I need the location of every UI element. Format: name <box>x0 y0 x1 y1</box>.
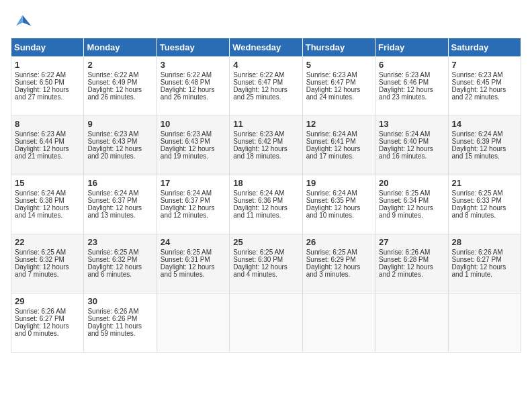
day-number: 4 <box>233 60 298 70</box>
day-info: Sunrise: 6:23 AM <box>306 71 371 79</box>
day-info: Daylight: 12 hours and 7 minutes. <box>15 263 80 278</box>
day-info: Sunrise: 6:25 AM <box>452 189 517 197</box>
day-info: Daylight: 12 hours and 3 minutes. <box>306 263 371 278</box>
calendar-cell <box>448 293 521 353</box>
day-info: Sunset: 6:31 PM <box>161 256 226 263</box>
day-info: Sunset: 6:34 PM <box>379 197 444 204</box>
day-info: Sunrise: 6:24 AM <box>233 189 298 197</box>
calendar-cell: 13Sunrise: 6:24 AMSunset: 6:40 PMDayligh… <box>375 116 448 175</box>
day-info: Sunrise: 6:25 AM <box>233 248 298 256</box>
calendar-cell: 15Sunrise: 6:24 AMSunset: 6:38 PMDayligh… <box>11 175 84 234</box>
logo-icon <box>11 11 32 32</box>
day-number: 30 <box>87 296 152 306</box>
day-info: Sunrise: 6:23 AM <box>379 71 444 79</box>
day-number: 22 <box>15 237 80 247</box>
day-info: Daylight: 12 hours and 12 minutes. <box>161 204 226 219</box>
day-number: 12 <box>306 119 371 129</box>
day-number: 13 <box>379 119 444 129</box>
day-info: Sunset: 6:27 PM <box>452 256 517 263</box>
day-info: Sunset: 6:26 PM <box>87 315 152 322</box>
calendar-cell: 25Sunrise: 6:25 AMSunset: 6:30 PMDayligh… <box>230 234 302 293</box>
day-header-thursday: Thursday <box>302 38 375 57</box>
day-info: Daylight: 12 hours and 1 minute. <box>452 263 517 278</box>
calendar-header-row: SundayMondayTuesdayWednesdayThursdayFrid… <box>11 38 521 57</box>
day-info: Daylight: 12 hours and 6 minutes. <box>87 263 152 278</box>
day-info: Daylight: 12 hours and 21 minutes. <box>15 145 80 160</box>
day-number: 11 <box>233 119 298 129</box>
calendar-week-row: 15Sunrise: 6:24 AMSunset: 6:38 PMDayligh… <box>11 175 521 234</box>
day-info: Daylight: 12 hours and 25 minutes. <box>233 86 298 101</box>
day-number: 15 <box>15 178 80 188</box>
calendar-cell: 21Sunrise: 6:25 AMSunset: 6:33 PMDayligh… <box>448 175 521 234</box>
calendar-week-row: 29Sunrise: 6:26 AMSunset: 6:27 PMDayligh… <box>11 293 521 353</box>
day-info: Sunset: 6:40 PM <box>379 138 444 145</box>
calendar-cell: 3Sunrise: 6:22 AMSunset: 6:48 PMDaylight… <box>157 57 229 116</box>
day-info: Daylight: 12 hours and 24 minutes. <box>306 86 371 101</box>
day-info: Sunset: 6:43 PM <box>161 138 226 145</box>
calendar-cell: 12Sunrise: 6:24 AMSunset: 6:41 PMDayligh… <box>302 116 375 175</box>
calendar-cell: 8Sunrise: 6:23 AMSunset: 6:44 PMDaylight… <box>11 116 84 175</box>
calendar-cell: 5Sunrise: 6:23 AMSunset: 6:47 PMDaylight… <box>302 57 375 116</box>
calendar-cell <box>230 293 302 353</box>
day-info: Sunrise: 6:25 AM <box>161 248 226 256</box>
calendar-cell: 9Sunrise: 6:23 AMSunset: 6:43 PMDaylight… <box>84 116 157 175</box>
calendar-cell: 30Sunrise: 6:26 AMSunset: 6:26 PMDayligh… <box>84 293 157 353</box>
day-info: Daylight: 12 hours and 19 minutes. <box>161 145 226 160</box>
day-header-wednesday: Wednesday <box>230 38 302 57</box>
day-info: Sunset: 6:37 PM <box>87 197 152 204</box>
day-number: 14 <box>452 119 517 129</box>
day-number: 18 <box>233 178 298 188</box>
calendar-cell: 17Sunrise: 6:24 AMSunset: 6:37 PMDayligh… <box>157 175 229 234</box>
day-header-monday: Monday <box>84 38 157 57</box>
day-number: 16 <box>87 178 152 188</box>
day-info: Sunset: 6:49 PM <box>87 79 152 86</box>
calendar-table: SundayMondayTuesdayWednesdayThursdayFrid… <box>11 38 521 353</box>
day-info: Daylight: 12 hours and 22 minutes. <box>452 86 517 101</box>
day-info: Sunset: 6:41 PM <box>306 138 371 145</box>
day-info: Daylight: 12 hours and 11 minutes. <box>233 204 298 219</box>
day-info: Sunrise: 6:24 AM <box>452 130 517 138</box>
calendar-cell: 22Sunrise: 6:25 AMSunset: 6:32 PMDayligh… <box>11 234 84 293</box>
calendar-cell: 27Sunrise: 6:26 AMSunset: 6:28 PMDayligh… <box>375 234 448 293</box>
day-info: Daylight: 12 hours and 26 minutes. <box>161 86 226 101</box>
day-number: 5 <box>306 60 371 70</box>
calendar-cell: 29Sunrise: 6:26 AMSunset: 6:27 PMDayligh… <box>11 293 84 353</box>
day-info: Sunset: 6:28 PM <box>379 256 444 263</box>
calendar-cell: 26Sunrise: 6:25 AMSunset: 6:29 PMDayligh… <box>302 234 375 293</box>
calendar-week-row: 22Sunrise: 6:25 AMSunset: 6:32 PMDayligh… <box>11 234 521 293</box>
day-info: Sunset: 6:29 PM <box>306 256 371 263</box>
day-number: 10 <box>161 119 226 129</box>
day-info: Sunrise: 6:26 AM <box>452 248 517 256</box>
day-number: 25 <box>233 237 298 247</box>
day-info: Sunrise: 6:23 AM <box>15 130 80 138</box>
day-info: Daylight: 12 hours and 16 minutes. <box>379 145 444 160</box>
day-info: Daylight: 12 hours and 23 minutes. <box>379 86 444 101</box>
day-info: Daylight: 12 hours and 10 minutes. <box>306 204 371 219</box>
day-header-tuesday: Tuesday <box>157 38 229 57</box>
day-info: Sunset: 6:43 PM <box>87 138 152 145</box>
day-number: 8 <box>15 119 80 129</box>
day-info: Sunset: 6:36 PM <box>233 197 298 204</box>
day-number: 21 <box>452 178 517 188</box>
day-info: Daylight: 12 hours and 14 minutes. <box>15 204 80 219</box>
day-number: 23 <box>87 237 152 247</box>
day-info: Daylight: 12 hours and 2 minutes. <box>379 263 444 278</box>
calendar-week-row: 1Sunrise: 6:22 AMSunset: 6:50 PMDaylight… <box>11 57 521 116</box>
day-info: Sunset: 6:45 PM <box>452 79 517 86</box>
calendar-cell: 16Sunrise: 6:24 AMSunset: 6:37 PMDayligh… <box>84 175 157 234</box>
day-info: Daylight: 11 hours and 59 minutes. <box>87 322 152 337</box>
day-info: Sunset: 6:44 PM <box>15 138 80 145</box>
calendar-cell: 28Sunrise: 6:26 AMSunset: 6:27 PMDayligh… <box>448 234 521 293</box>
day-info: Sunrise: 6:25 AM <box>379 189 444 197</box>
calendar-cell: 19Sunrise: 6:24 AMSunset: 6:35 PMDayligh… <box>302 175 375 234</box>
logo <box>11 11 35 32</box>
day-header-sunday: Sunday <box>11 38 84 57</box>
day-info: Sunset: 6:30 PM <box>233 256 298 263</box>
day-info: Sunrise: 6:24 AM <box>15 189 80 197</box>
calendar-cell: 24Sunrise: 6:25 AMSunset: 6:31 PMDayligh… <box>157 234 229 293</box>
day-info: Sunset: 6:47 PM <box>233 79 298 86</box>
day-info: Daylight: 12 hours and 17 minutes. <box>306 145 371 160</box>
day-number: 26 <box>306 237 371 247</box>
day-info: Daylight: 12 hours and 26 minutes. <box>87 86 152 101</box>
day-info: Sunrise: 6:26 AM <box>87 308 152 315</box>
